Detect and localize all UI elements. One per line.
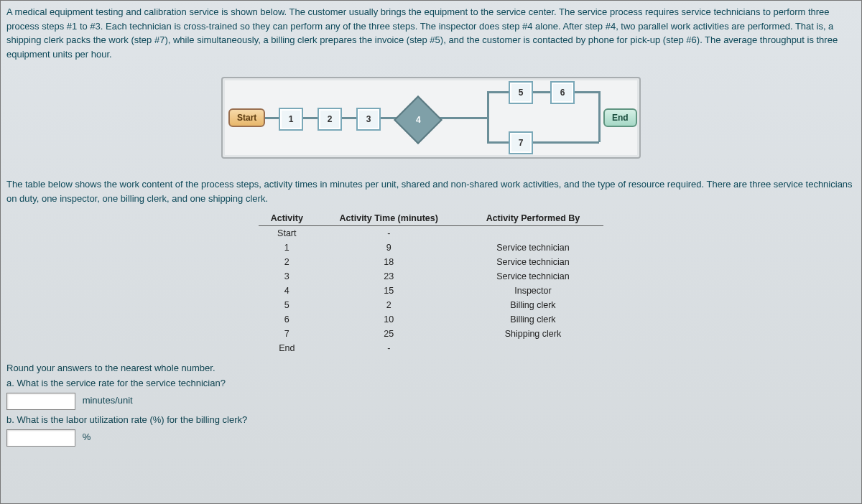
th-by: Activity Performed By bbox=[463, 211, 603, 226]
table-row: Start- bbox=[259, 226, 603, 241]
problem-description-2: The table below shows the work content o… bbox=[6, 177, 856, 205]
th-activity: Activity bbox=[259, 211, 315, 226]
rounding-instruction: Round your answers to the nearest whole … bbox=[6, 363, 856, 373]
diagram-node-4: 4 bbox=[394, 95, 442, 144]
table-row: 725Shipping clerk bbox=[259, 327, 603, 341]
diagram-node-3: 3 bbox=[356, 108, 381, 131]
diagram-node-2: 2 bbox=[318, 108, 342, 131]
diagram-start-node: Start bbox=[228, 108, 265, 127]
table-row: End- bbox=[259, 341, 603, 355]
table-row: 19Service technician bbox=[259, 241, 603, 255]
activity-table: Activity Activity Time (minutes) Activit… bbox=[259, 211, 603, 355]
diagram-node-5: 5 bbox=[509, 81, 533, 104]
answer-a-input[interactable] bbox=[6, 393, 75, 410]
table-row: 218Service technician bbox=[259, 255, 603, 269]
answer-b-unit: % bbox=[83, 431, 91, 442]
diagram-end-node: End bbox=[603, 108, 637, 127]
process-flow-diagram: Start 1 2 3 4 5 6 7 End bbox=[221, 77, 641, 159]
answer-b-input[interactable] bbox=[6, 429, 75, 447]
diagram-node-1: 1 bbox=[279, 108, 303, 131]
question-b-text: b. What is the labor utilization rate (%… bbox=[6, 414, 856, 425]
diagram-node-7: 7 bbox=[509, 131, 533, 154]
table-row: 415Inspector bbox=[259, 284, 603, 298]
table-row: 52Billing clerk bbox=[259, 298, 603, 312]
answer-a-unit: minutes/unit bbox=[83, 395, 133, 406]
diagram-node-6: 6 bbox=[550, 81, 575, 104]
question-a-text: a. What is the service rate for the serv… bbox=[6, 378, 856, 388]
th-time: Activity Time (minutes) bbox=[315, 211, 463, 226]
table-row: 610Billing clerk bbox=[259, 312, 603, 327]
problem-description-1: A medical equipment testing and calibrat… bbox=[6, 5, 856, 61]
table-row: 323Service technician bbox=[259, 269, 603, 284]
